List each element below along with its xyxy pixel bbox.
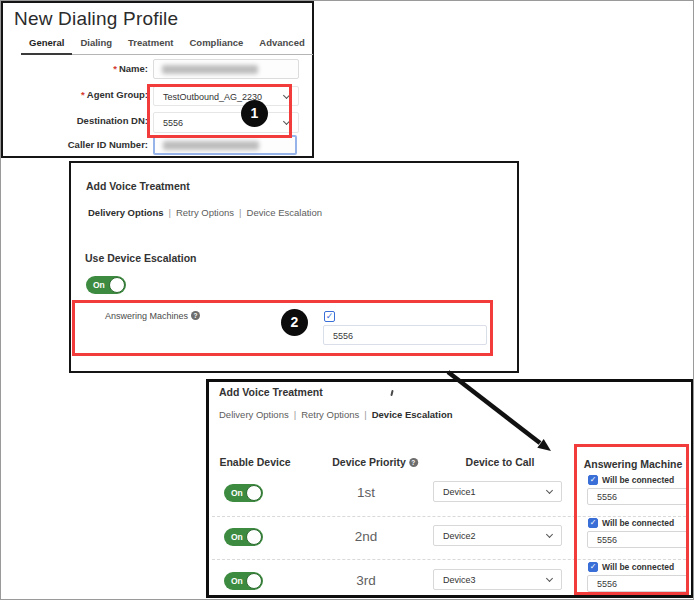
toggle-on-label: On <box>231 528 243 546</box>
am-number-value-1: 5556 <box>597 492 617 502</box>
required-asterisk: * <box>81 89 85 100</box>
name-label: *Name: <box>3 63 148 74</box>
answering-machines-number-value: 5556 <box>333 331 353 341</box>
callout-badge-1: 1 <box>241 100 268 127</box>
caller-id-input[interactable] <box>153 135 297 155</box>
am-number-value-3: 5556 <box>597 579 617 589</box>
new-dialing-profile-panel: New Dialing Profile General Dialing Trea… <box>1 1 314 158</box>
tab-compliance[interactable]: Compliance <box>181 33 251 54</box>
tab-treatment[interactable]: Treatment <box>120 33 181 54</box>
device-to-call-select-1[interactable]: Device1 <box>433 481 562 502</box>
destination-dn-select[interactable]: 5556 <box>153 112 299 133</box>
will-be-connected-label-3: Will be connected <box>602 562 674 572</box>
will-be-connected-label-1: Will be connected <box>602 475 674 485</box>
use-device-escalation-label: Use Device Escalation <box>85 252 196 264</box>
agent-group-select[interactable]: TestOutbound_AG_2230 <box>153 86 299 106</box>
will-be-connected-row-2: ✓ Will be connected <box>588 518 674 528</box>
destination-dn-label: Destination DN: <box>3 115 148 126</box>
will-be-connected-label-2: Will be connected <box>602 518 674 528</box>
page-title: New Dialing Profile <box>14 8 178 30</box>
redacted-value <box>162 65 258 74</box>
will-be-connected-checkbox-1[interactable]: ✓ <box>588 475 598 485</box>
col-header-enable-device: Enable Device <box>219 456 290 468</box>
required-asterisk: * <box>113 63 117 74</box>
toggle-on-label: On <box>231 484 243 502</box>
toggle-knob <box>246 573 262 589</box>
agent-group-value: TestOutbound_AG_2230 <box>163 92 262 102</box>
will-be-connected-checkbox-2[interactable]: ✓ <box>588 518 598 528</box>
device-to-call-select-3[interactable]: Device3 <box>433 569 562 590</box>
toggle-knob <box>246 485 262 501</box>
profile-tabbar: General Dialing Treatment Compliance Adv… <box>21 33 313 55</box>
vt-tab-delivery-options[interactable]: Delivery Options <box>219 409 289 420</box>
will-be-connected-row-3: ✓ Will be connected <box>588 562 674 572</box>
vt-tab-retry-options[interactable]: Retry Options <box>301 409 359 420</box>
am-number-value-2: 5556 <box>597 535 617 545</box>
col-header-answering-machine: Answering Machine <box>584 458 683 470</box>
row-separator <box>212 516 686 517</box>
am-number-input-1[interactable]: 5556 <box>587 488 688 505</box>
enable-device-toggle-2[interactable]: On <box>224 528 263 546</box>
device-value-3: Device3 <box>443 575 476 585</box>
am-number-input-3[interactable]: 5556 <box>587 575 688 592</box>
tab-advanced[interactable]: Advanced <box>251 33 312 54</box>
vt-tab-delivery-options[interactable]: Delivery Options <box>88 207 164 218</box>
agent-group-label: *Agent Group: <box>3 89 148 100</box>
enable-device-toggle-1[interactable]: On <box>224 484 263 502</box>
cursor-artifact <box>390 390 393 396</box>
will-be-connected-checkbox-3[interactable]: ✓ <box>588 562 598 572</box>
chevron-down-icon <box>283 118 290 125</box>
checkmark-icon: ✓ <box>590 518 597 527</box>
caller-id-label: Caller ID Number: <box>3 139 148 150</box>
toggle-on-label: On <box>231 572 243 590</box>
col-header-device-to-call: Device to Call <box>466 456 535 468</box>
voice-treatment-escalation-panel: Add Voice Treatment Delivery Options|Ret… <box>206 379 694 598</box>
checkmark-icon: ✓ <box>326 311 334 321</box>
screenshot-root: New Dialing Profile General Dialing Trea… <box>0 0 694 600</box>
device-value-1: Device1 <box>443 487 476 497</box>
vt-tab-retry-options[interactable]: Retry Options <box>176 207 234 218</box>
vt-tab-device-escalation[interactable]: Device Escalation <box>247 207 323 218</box>
callout-badge-2: 2 <box>281 309 308 336</box>
chevron-down-icon <box>283 92 290 99</box>
enable-device-toggle-3[interactable]: On <box>224 572 263 590</box>
tab-separator: | <box>364 409 366 420</box>
chevron-down-icon <box>546 575 553 582</box>
vt-tab-device-escalation[interactable]: Device Escalation <box>372 409 453 420</box>
answering-machines-label: Answering Machines? <box>105 311 200 321</box>
answering-machines-checkbox[interactable]: ✓ <box>324 311 335 322</box>
will-be-connected-row-1: ✓ Will be connected <box>588 475 674 485</box>
device-value-2: Device2 <box>443 531 476 541</box>
panel-title: Add Voice Treatment <box>219 386 323 398</box>
help-icon[interactable]: ? <box>191 311 200 320</box>
tab-separator: | <box>239 207 241 218</box>
col-header-device-priority: Device Priority? <box>332 456 418 468</box>
name-input[interactable] <box>153 59 299 79</box>
tab-separator: | <box>294 409 296 420</box>
checkmark-icon: ✓ <box>590 562 597 571</box>
tab-general[interactable]: General <box>21 33 72 55</box>
destination-dn-value: 5556 <box>163 118 183 128</box>
chevron-down-icon <box>546 531 553 538</box>
redacted-value <box>163 141 259 150</box>
priority-1: 1st <box>342 485 390 500</box>
answering-machines-number-input[interactable]: 5556 <box>323 325 487 345</box>
help-icon[interactable]: ? <box>409 458 418 467</box>
checkmark-icon: ✓ <box>590 475 597 484</box>
device-to-call-select-2[interactable]: Device2 <box>433 525 562 546</box>
priority-2: 2nd <box>342 529 390 544</box>
chevron-down-icon <box>546 487 553 494</box>
voice-treatment-tabs: Delivery Options|Retry Options|Device Es… <box>88 207 322 218</box>
voice-treatment-delivery-panel: Add Voice Treatment Delivery Options|Ret… <box>69 161 519 373</box>
toggle-knob <box>109 277 125 293</box>
panel-title: Add Voice Treatment <box>86 180 190 192</box>
row-separator <box>212 559 686 560</box>
tab-separator: | <box>169 207 171 218</box>
tab-dialing[interactable]: Dialing <box>72 33 120 54</box>
am-number-input-2[interactable]: 5556 <box>587 531 688 548</box>
priority-3: 3rd <box>342 573 390 588</box>
voice-treatment-tabs: Delivery Options|Retry Options|Device Es… <box>219 409 453 420</box>
toggle-on-label: On <box>93 276 105 294</box>
toggle-knob <box>246 529 262 545</box>
use-device-escalation-toggle[interactable]: On <box>86 276 126 294</box>
